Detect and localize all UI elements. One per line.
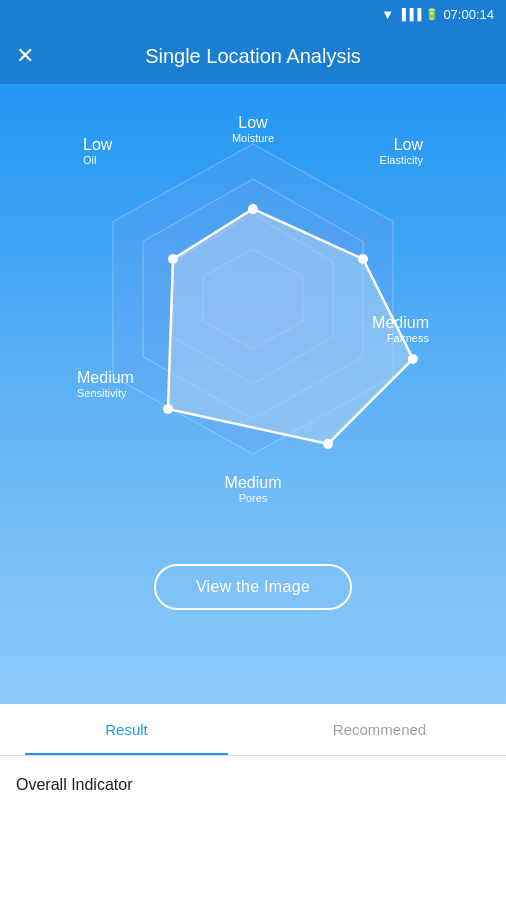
header: ✕ Single Location Analysis [0, 28, 506, 84]
page-title: Single Location Analysis [145, 45, 361, 68]
tabs-section: Result Recommened Overall Indicator [0, 704, 506, 900]
label-sensitivity: Medium Sensitivity [77, 369, 134, 399]
svg-point-7 [408, 354, 418, 364]
svg-point-5 [248, 204, 258, 214]
wifi-icon: ▼ [381, 7, 394, 22]
label-elasticity: Low Elasticity [380, 136, 423, 166]
tab-result[interactable]: Result [0, 704, 253, 755]
status-time: 07:00:14 [443, 7, 494, 22]
tabs-header: Result Recommened [0, 704, 506, 756]
label-oil: Low Oil [83, 136, 112, 166]
status-bar: ▼ ▐▐▐ 🔋 07:00:14 [0, 0, 506, 28]
main-content: Low Moisture Low Elasticity Medium Fairn… [0, 84, 506, 704]
label-fairness: Medium Fairness [372, 314, 429, 344]
radar-chart-container: Low Moisture Low Elasticity Medium Fairn… [73, 114, 433, 544]
tab-recommend[interactable]: Recommened [253, 704, 506, 755]
status-icons: ▼ ▐▐▐ 🔋 07:00:14 [381, 7, 494, 22]
label-pores: Medium Pores [225, 474, 282, 504]
overall-indicator-label: Overall Indicator [16, 776, 133, 793]
close-button[interactable]: ✕ [16, 45, 34, 67]
svg-point-6 [358, 254, 368, 264]
tab-content-result: Overall Indicator [0, 756, 506, 814]
signal-icon: ▐▐▐ [398, 8, 421, 20]
svg-point-8 [323, 439, 333, 449]
battery-icon: 🔋 [425, 8, 439, 21]
svg-point-9 [163, 404, 173, 414]
view-image-button[interactable]: View the Image [154, 564, 352, 610]
label-moisture: Low Moisture [232, 114, 274, 144]
svg-point-10 [168, 254, 178, 264]
